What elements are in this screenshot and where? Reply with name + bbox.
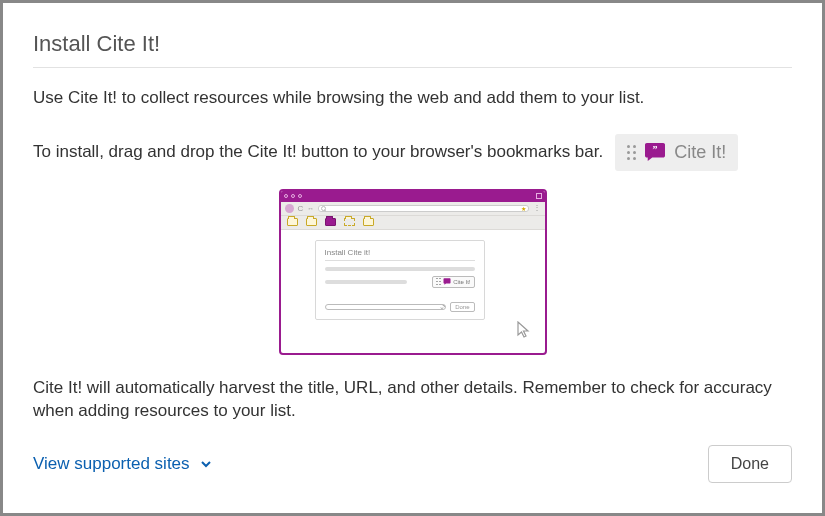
note-text: Cite It! will automatically harvest the … <box>33 377 792 423</box>
modal-footer: View supported sites Done <box>33 445 792 483</box>
cite-it-bookmarklet[interactable]: ” Cite It! <box>615 134 738 171</box>
bookmarklet-label: Cite It! <box>674 142 726 163</box>
svg-text:”: ” <box>653 144 658 155</box>
supported-link-label: View supported sites <box>33 454 190 474</box>
chevron-down-icon <box>200 458 212 470</box>
mock-panel-title: Install Cite it! <box>325 248 475 257</box>
quote-bubble-icon: ” <box>644 142 666 162</box>
instruction-text: To install, drag and drop the Cite It! b… <box>33 140 603 164</box>
drag-handle-icon <box>627 145 636 160</box>
mock-toolbar: C ↔ ★ ⋮ <box>281 202 545 216</box>
mock-panel: Install Cite it! Cite It! ⌄ Done <box>315 240 485 320</box>
view-supported-sites-link[interactable]: View supported sites <box>33 454 212 474</box>
done-button[interactable]: Done <box>708 445 792 483</box>
cursor-icon <box>517 321 531 339</box>
mock-titlebar <box>281 191 545 202</box>
divider <box>33 67 792 68</box>
mock-done-button: Done <box>450 302 474 312</box>
instruction-row: To install, drag and drop the Cite It! b… <box>33 134 792 171</box>
install-cite-it-modal: Install Cite It! Use Cite It! to collect… <box>0 0 825 516</box>
mock-cite-button: Cite It! <box>432 276 474 288</box>
browser-mockup-illustration: C ↔ ★ ⋮ Install Cite it! <box>279 189 547 355</box>
intro-text: Use Cite It! to collect resources while … <box>33 86 792 110</box>
mock-bookmarks-bar <box>281 216 545 230</box>
modal-title: Install Cite It! <box>33 31 792 57</box>
